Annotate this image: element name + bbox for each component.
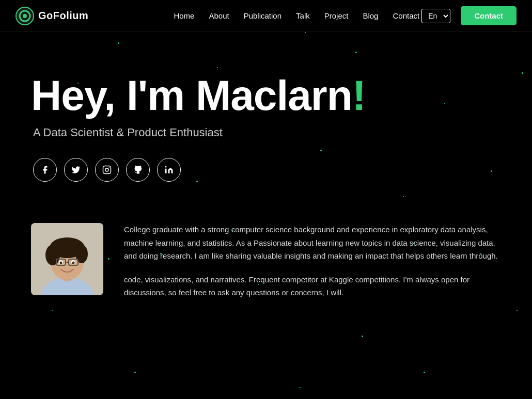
nav-links: Home About Publication Talk Project Blog… (174, 11, 419, 21)
linkedin-icon[interactable] (157, 158, 181, 182)
nav-home[interactable]: Home (174, 11, 194, 20)
svg-rect-3 (103, 166, 111, 174)
bio-paragraph-2: code, visualizations, and narratives. Fr… (124, 273, 501, 299)
svg-point-6 (165, 166, 167, 168)
navbar: GoFolium Home About Publication Talk Pro… (0, 0, 532, 31)
logo-link[interactable]: GoFolium (15, 7, 88, 25)
nav-blog[interactable]: Blog (363, 11, 378, 20)
github-icon[interactable] (126, 158, 150, 182)
social-icons (33, 158, 501, 182)
logo-text: GoFolium (38, 10, 88, 22)
nav-contact[interactable]: Contact (393, 11, 419, 20)
svg-point-18 (72, 262, 75, 264)
svg-point-2 (23, 14, 27, 18)
nav-talk[interactable]: Talk (296, 11, 310, 20)
hero-subtitle: A Data Scientist & Product Enthusiast (33, 126, 501, 139)
profile-photo (31, 223, 103, 295)
nav-project[interactable]: Project (324, 11, 349, 20)
instagram-icon[interactable] (95, 158, 119, 182)
logo-icon (15, 7, 34, 25)
facebook-icon[interactable] (33, 158, 57, 182)
nav-publication[interactable]: Publication (244, 11, 281, 20)
svg-point-14 (75, 245, 88, 263)
hero-title: Hey, I'm Maclarn! (31, 73, 501, 118)
language-selector[interactable]: En Fr De (421, 9, 450, 23)
svg-point-5 (108, 167, 109, 168)
bio-section: College graduate with a strong computer … (0, 202, 532, 299)
svg-point-13 (45, 245, 60, 265)
nav-about[interactable]: About (209, 11, 229, 20)
svg-point-17 (60, 262, 62, 264)
hero-title-text: Hey, I'm Maclarn (31, 72, 352, 119)
bio-paragraph-1: College graduate with a strong computer … (124, 223, 501, 263)
hero-exclaim: ! (352, 72, 366, 119)
profile-avatar (31, 223, 103, 295)
twitter-icon[interactable] (64, 158, 88, 182)
contact-button[interactable]: Contact (461, 6, 517, 25)
svg-point-4 (105, 168, 108, 171)
bio-content: College graduate with a strong computer … (124, 223, 501, 299)
hero-section: Hey, I'm Maclarn! A Data Scientist & Pro… (0, 32, 532, 202)
